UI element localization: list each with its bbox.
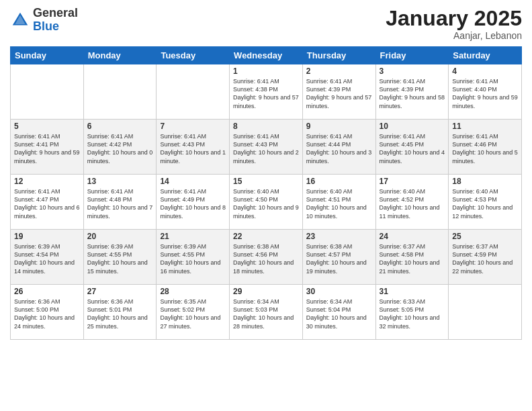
- day-content: Sunrise: 6:37 AM Sunset: 4:59 PM Dayligh…: [452, 242, 518, 275]
- calendar-cell: 21Sunrise: 6:39 AM Sunset: 4:55 PM Dayli…: [157, 230, 230, 285]
- day-number: 6: [87, 122, 153, 131]
- day-number: 13: [87, 177, 153, 186]
- calendar-cell: 29Sunrise: 6:34 AM Sunset: 5:03 PM Dayli…: [230, 285, 303, 340]
- weekday-header-wednesday: Wednesday: [230, 47, 303, 64]
- day-content: Sunrise: 6:41 AM Sunset: 4:43 PM Dayligh…: [160, 132, 226, 165]
- day-number: 15: [233, 177, 299, 186]
- day-content: Sunrise: 6:41 AM Sunset: 4:49 PM Dayligh…: [160, 187, 226, 220]
- week-row-5: 26Sunrise: 6:36 AM Sunset: 5:00 PM Dayli…: [11, 285, 522, 340]
- day-number: 16: [306, 177, 372, 186]
- day-content: Sunrise: 6:41 AM Sunset: 4:38 PM Dayligh…: [233, 77, 299, 110]
- calendar-cell: 31Sunrise: 6:33 AM Sunset: 5:05 PM Dayli…: [375, 285, 449, 340]
- calendar-cell: 2Sunrise: 6:41 AM Sunset: 4:39 PM Daylig…: [302, 64, 375, 120]
- logo-blue: Blue: [33, 20, 78, 34]
- day-number: 18: [452, 177, 518, 186]
- calendar-cell: 14Sunrise: 6:41 AM Sunset: 4:49 PM Dayli…: [157, 175, 230, 230]
- week-row-2: 5Sunrise: 6:41 AM Sunset: 4:41 PM Daylig…: [11, 120, 522, 175]
- calendar-table: SundayMondayTuesdayWednesdayThursdayFrid…: [10, 46, 522, 340]
- day-number: 27: [87, 287, 153, 296]
- day-number: 5: [14, 122, 80, 131]
- header: General Blue January 2025 Aanjar, Lebano…: [10, 7, 522, 41]
- logo-general: General: [33, 7, 78, 20]
- day-number: 8: [233, 122, 299, 131]
- day-content: Sunrise: 6:40 AM Sunset: 4:52 PM Dayligh…: [380, 187, 445, 220]
- calendar-cell: 28Sunrise: 6:35 AM Sunset: 5:02 PM Dayli…: [157, 285, 230, 340]
- day-content: Sunrise: 6:34 AM Sunset: 5:04 PM Dayligh…: [306, 298, 372, 330]
- day-content: Sunrise: 6:41 AM Sunset: 4:44 PM Dayligh…: [306, 132, 372, 165]
- calendar-cell: 6Sunrise: 6:41 AM Sunset: 4:42 PM Daylig…: [83, 120, 157, 175]
- day-content: Sunrise: 6:41 AM Sunset: 4:41 PM Dayligh…: [14, 132, 80, 165]
- calendar-cell: 25Sunrise: 6:37 AM Sunset: 4:59 PM Dayli…: [449, 230, 522, 285]
- day-number: 19: [14, 232, 80, 241]
- week-row-1: 1Sunrise: 6:41 AM Sunset: 4:38 PM Daylig…: [11, 64, 522, 120]
- day-content: Sunrise: 6:41 AM Sunset: 4:42 PM Dayligh…: [87, 132, 153, 165]
- calendar-cell: 23Sunrise: 6:38 AM Sunset: 4:57 PM Dayli…: [302, 230, 375, 285]
- day-number: 26: [14, 287, 80, 296]
- day-number: 25: [452, 232, 518, 241]
- day-content: Sunrise: 6:35 AM Sunset: 5:02 PM Dayligh…: [160, 298, 226, 330]
- day-number: 7: [160, 122, 226, 131]
- calendar-cell: 13Sunrise: 6:41 AM Sunset: 4:48 PM Dayli…: [83, 175, 157, 230]
- calendar-cell: 16Sunrise: 6:40 AM Sunset: 4:51 PM Dayli…: [302, 175, 375, 230]
- day-content: Sunrise: 6:41 AM Sunset: 4:39 PM Dayligh…: [380, 77, 445, 110]
- calendar-cell: 4Sunrise: 6:41 AM Sunset: 4:40 PM Daylig…: [449, 64, 522, 120]
- day-number: 2: [306, 66, 372, 76]
- calendar-cell: 15Sunrise: 6:40 AM Sunset: 4:50 PM Dayli…: [230, 175, 303, 230]
- week-row-4: 19Sunrise: 6:39 AM Sunset: 4:54 PM Dayli…: [11, 230, 522, 285]
- page: General Blue January 2025 Aanjar, Lebano…: [0, 0, 532, 411]
- logo-text: General Blue: [33, 7, 78, 34]
- location: Aanjar, Lebanon: [386, 30, 522, 41]
- day-number: 24: [380, 232, 445, 241]
- day-content: Sunrise: 6:40 AM Sunset: 4:53 PM Dayligh…: [452, 187, 518, 220]
- title-area: January 2025 Aanjar, Lebanon: [386, 7, 522, 41]
- calendar-cell: [83, 64, 157, 120]
- calendar-cell: 24Sunrise: 6:37 AM Sunset: 4:58 PM Dayli…: [375, 230, 449, 285]
- calendar-cell: 18Sunrise: 6:40 AM Sunset: 4:53 PM Dayli…: [449, 175, 522, 230]
- month-year: January 2025: [386, 7, 522, 30]
- calendar-cell: 11Sunrise: 6:41 AM Sunset: 4:46 PM Dayli…: [449, 120, 522, 175]
- day-number: 12: [14, 177, 80, 186]
- day-number: 22: [233, 232, 299, 241]
- day-content: Sunrise: 6:36 AM Sunset: 5:01 PM Dayligh…: [87, 298, 153, 330]
- day-content: Sunrise: 6:40 AM Sunset: 4:50 PM Dayligh…: [233, 187, 299, 220]
- day-content: Sunrise: 6:36 AM Sunset: 5:00 PM Dayligh…: [14, 298, 80, 330]
- day-content: Sunrise: 6:41 AM Sunset: 4:43 PM Dayligh…: [233, 132, 299, 165]
- week-row-3: 12Sunrise: 6:41 AM Sunset: 4:47 PM Dayli…: [11, 175, 522, 230]
- weekday-header-tuesday: Tuesday: [157, 47, 230, 64]
- day-number: 3: [380, 66, 445, 76]
- calendar-cell: [157, 64, 230, 120]
- day-content: Sunrise: 6:39 AM Sunset: 4:54 PM Dayligh…: [14, 242, 80, 275]
- day-number: 14: [160, 177, 226, 186]
- day-number: 10: [380, 122, 445, 131]
- calendar-cell: 5Sunrise: 6:41 AM Sunset: 4:41 PM Daylig…: [11, 120, 84, 175]
- weekday-header-monday: Monday: [83, 47, 157, 64]
- calendar-cell: 17Sunrise: 6:40 AM Sunset: 4:52 PM Dayli…: [375, 175, 449, 230]
- day-content: Sunrise: 6:41 AM Sunset: 4:47 PM Dayligh…: [14, 187, 80, 220]
- day-number: 4: [452, 66, 518, 76]
- calendar-cell: 9Sunrise: 6:41 AM Sunset: 4:44 PM Daylig…: [302, 120, 375, 175]
- day-content: Sunrise: 6:38 AM Sunset: 4:56 PM Dayligh…: [233, 242, 299, 275]
- calendar-cell: 8Sunrise: 6:41 AM Sunset: 4:43 PM Daylig…: [230, 120, 303, 175]
- weekday-header-thursday: Thursday: [302, 47, 375, 64]
- calendar-cell: [11, 64, 84, 120]
- day-content: Sunrise: 6:41 AM Sunset: 4:45 PM Dayligh…: [380, 132, 445, 165]
- day-number: 9: [306, 122, 372, 131]
- weekday-header-saturday: Saturday: [449, 47, 522, 64]
- day-content: Sunrise: 6:37 AM Sunset: 4:58 PM Dayligh…: [380, 242, 445, 275]
- day-content: Sunrise: 6:39 AM Sunset: 4:55 PM Dayligh…: [160, 242, 226, 275]
- calendar-cell: 19Sunrise: 6:39 AM Sunset: 4:54 PM Dayli…: [11, 230, 84, 285]
- day-number: 21: [160, 232, 226, 241]
- day-content: Sunrise: 6:39 AM Sunset: 4:55 PM Dayligh…: [87, 242, 153, 275]
- day-content: Sunrise: 6:38 AM Sunset: 4:57 PM Dayligh…: [306, 242, 372, 275]
- day-number: 31: [380, 287, 445, 296]
- calendar-cell: 20Sunrise: 6:39 AM Sunset: 4:55 PM Dayli…: [83, 230, 157, 285]
- day-number: 28: [160, 287, 226, 296]
- calendar-cell: [449, 285, 522, 340]
- day-number: 17: [380, 177, 445, 186]
- day-number: 20: [87, 232, 153, 241]
- logo-icon: [10, 10, 30, 30]
- calendar-cell: 26Sunrise: 6:36 AM Sunset: 5:00 PM Dayli…: [11, 285, 84, 340]
- day-content: Sunrise: 6:41 AM Sunset: 4:40 PM Dayligh…: [452, 77, 518, 110]
- calendar-cell: 12Sunrise: 6:41 AM Sunset: 4:47 PM Dayli…: [11, 175, 84, 230]
- logo: General Blue: [10, 7, 78, 34]
